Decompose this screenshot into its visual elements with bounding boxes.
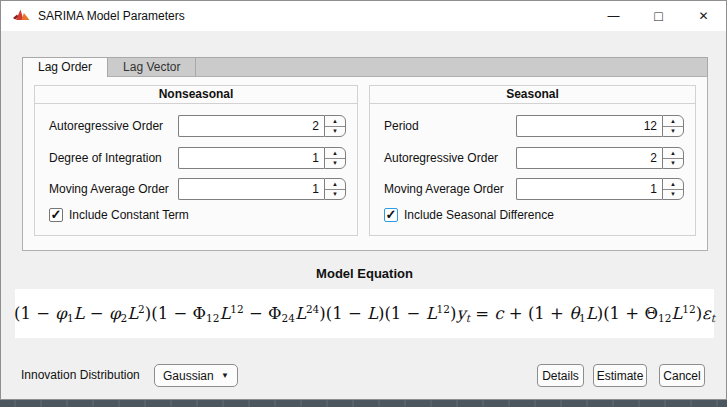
spinner-down-icon: ▼ — [332, 191, 338, 197]
nonseasonal-integration-row: Degree of Integration ▲ ▼ — [49, 147, 346, 169]
nonseasonal-ma-order-spinner: ▲ ▼ — [178, 178, 346, 200]
spinner-down-icon: ▼ — [670, 191, 676, 197]
seasonal-ma-order-row: Moving Average Order ▲ ▼ — [384, 178, 684, 200]
spinner-buttons: ▲ ▼ — [324, 178, 346, 200]
nonseasonal-ma-order-label: Moving Average Order — [49, 182, 169, 196]
cancel-button[interactable]: Cancel — [659, 364, 705, 387]
title-bar: SARIMA Model Parameters — □ ✕ — [1, 1, 726, 31]
spinner-up-icon: ▲ — [670, 118, 676, 124]
spinner-up-button[interactable]: ▲ — [663, 116, 683, 127]
matlab-logo-icon — [13, 8, 30, 24]
include-constant-term-checkbox[interactable]: ✓ — [49, 208, 63, 222]
checkmark-icon: ✓ — [386, 208, 397, 221]
nonseasonal-integration-input[interactable] — [178, 147, 324, 169]
spinner-down-button[interactable]: ▼ — [325, 190, 345, 200]
tab-bar: Lag Order Lag Vector — [22, 57, 708, 76]
seasonal-ar-order-spinner: ▲ ▼ — [516, 147, 684, 169]
spinner-buttons: ▲ ▼ — [324, 115, 346, 137]
innovation-distribution-dropdown[interactable]: Gaussian ▼ — [154, 364, 238, 387]
spinner-up-icon: ▲ — [670, 181, 676, 187]
model-equation-box: (1 − φ1L − φ2L2)(1 − Φ12L12 − Φ24L24)(1 … — [15, 289, 714, 338]
spinner-buttons: ▲ ▼ — [662, 115, 684, 137]
tab-lag-order[interactable]: Lag Order — [23, 58, 108, 77]
chevron-down-icon: ▼ — [221, 371, 229, 380]
close-button[interactable]: ✕ — [681, 1, 726, 31]
details-button[interactable]: Details — [537, 364, 584, 387]
spinner-up-button[interactable]: ▲ — [663, 148, 683, 159]
minimize-button[interactable]: — — [591, 1, 636, 31]
window-controls: — □ ✕ — [591, 1, 726, 31]
spinner-down-button[interactable]: ▼ — [663, 127, 683, 137]
seasonal-panel: Seasonal Period ▲ ▼ Autoregressive Order — [369, 85, 696, 236]
spinner-down-icon: ▼ — [332, 160, 338, 166]
seasonal-ma-order-spinner: ▲ ▼ — [516, 178, 684, 200]
seasonal-panel-title: Seasonal — [370, 86, 695, 104]
model-equation-title: Model Equation — [1, 266, 727, 281]
seasonal-period-row: Period ▲ ▼ — [384, 115, 684, 137]
spinner-down-button[interactable]: ▼ — [663, 159, 683, 169]
sarima-dialog-window: SARIMA Model Parameters — □ ✕ Lag Order … — [0, 0, 727, 400]
spinner-up-icon: ▲ — [332, 150, 338, 156]
maximize-icon: □ — [654, 8, 662, 24]
nonseasonal-integration-spinner: ▲ ▼ — [178, 147, 346, 169]
spinner-buttons: ▲ ▼ — [662, 178, 684, 200]
seasonal-ar-order-row: Autoregressive Order ▲ ▼ — [384, 147, 684, 169]
spinner-down-button[interactable]: ▼ — [325, 127, 345, 137]
nonseasonal-ar-order-spinner: ▲ ▼ — [178, 115, 346, 137]
include-constant-term-row: ✓ Include Constant Term — [49, 207, 189, 223]
spinner-down-icon: ▼ — [670, 128, 676, 134]
desktop-background: SARIMA Model Parameters — □ ✕ Lag Order … — [0, 0, 727, 407]
spinner-up-button[interactable]: ▲ — [325, 116, 345, 127]
estimate-button[interactable]: Estimate — [593, 364, 647, 387]
seasonal-period-spinner: ▲ ▼ — [516, 115, 684, 137]
nonseasonal-panel: Nonseasonal Autoregressive Order ▲ ▼ Deg… — [34, 85, 358, 236]
tab-lag-vector[interactable]: Lag Vector — [108, 58, 196, 76]
seasonal-period-label: Period — [384, 119, 419, 133]
nonseasonal-ar-order-row: Autoregressive Order ▲ ▼ — [49, 115, 346, 137]
nonseasonal-ar-order-label: Autoregressive Order — [49, 119, 163, 133]
spinner-down-button[interactable]: ▼ — [663, 190, 683, 200]
nonseasonal-integration-label: Degree of Integration — [49, 151, 162, 165]
spinner-buttons: ▲ ▼ — [324, 147, 346, 169]
close-icon: ✕ — [698, 9, 708, 23]
spinner-up-icon: ▲ — [670, 150, 676, 156]
nonseasonal-ar-order-input[interactable] — [178, 115, 324, 137]
seasonal-ma-order-label: Moving Average Order — [384, 182, 504, 196]
spinner-up-button[interactable]: ▲ — [325, 179, 345, 190]
maximize-button[interactable]: □ — [636, 1, 681, 31]
seasonal-period-input[interactable] — [516, 115, 662, 137]
spinner-down-icon: ▼ — [670, 160, 676, 166]
seasonal-ma-order-input[interactable] — [516, 178, 662, 200]
include-seasonal-difference-checkbox[interactable]: ✓ — [384, 208, 398, 222]
nonseasonal-panel-title: Nonseasonal — [35, 86, 357, 104]
spinner-down-icon: ▼ — [332, 128, 338, 134]
include-constant-term-label: Include Constant Term — [69, 208, 189, 222]
model-equation: (1 − φ1L − φ2L2)(1 − Φ12L12 − Φ24L24)(1 … — [14, 303, 715, 324]
nonseasonal-ma-order-input[interactable] — [178, 178, 324, 200]
spinner-up-button[interactable]: ▲ — [663, 179, 683, 190]
seasonal-ar-order-input[interactable] — [516, 147, 662, 169]
spinner-up-button[interactable]: ▲ — [325, 148, 345, 159]
spinner-up-icon: ▲ — [332, 118, 338, 124]
include-seasonal-difference-row: ✓ Include Seasonal Difference — [384, 207, 554, 223]
include-seasonal-difference-label: Include Seasonal Difference — [404, 208, 554, 222]
spinner-down-button[interactable]: ▼ — [325, 159, 345, 169]
spinner-up-icon: ▲ — [332, 181, 338, 187]
innovation-distribution-label: Innovation Distribution — [21, 364, 140, 387]
seasonal-ar-order-label: Autoregressive Order — [384, 151, 498, 165]
window-title: SARIMA Model Parameters — [38, 1, 185, 31]
checkmark-icon: ✓ — [51, 208, 62, 221]
lag-order-tab-panel: Nonseasonal Autoregressive Order ▲ ▼ Deg… — [22, 76, 708, 251]
dropdown-selected-value: Gaussian — [163, 369, 214, 383]
minimize-icon: — — [608, 9, 620, 23]
spinner-buttons: ▲ ▼ — [662, 147, 684, 169]
nonseasonal-ma-order-row: Moving Average Order ▲ ▼ — [49, 178, 346, 200]
